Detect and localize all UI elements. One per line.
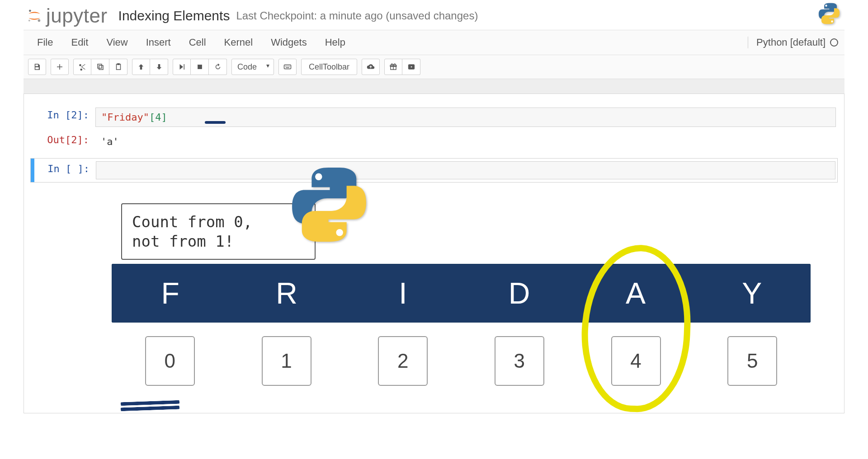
index-box: 4 — [611, 336, 661, 386]
scissors-icon — [78, 63, 86, 71]
jupyter-logo-text: jupyter — [46, 5, 108, 27]
play-rect-icon — [407, 63, 415, 71]
checkpoint-status: Last Checkpoint: a minute ago (unsaved c… — [236, 9, 478, 22]
index-cell-wrap: 2 — [344, 336, 461, 386]
menu-file[interactable]: File — [28, 31, 62, 54]
index-literal: 4 — [155, 112, 161, 123]
output-row: Out[2]: 'a' — [30, 130, 838, 154]
arrow-up-icon — [137, 63, 145, 71]
interrupt-button[interactable] — [191, 59, 209, 75]
index-box: 3 — [495, 336, 544, 386]
gift-button[interactable] — [384, 59, 402, 75]
svg-point-4 — [831, 20, 833, 22]
svg-point-0 — [29, 9, 31, 12]
cut-button[interactable] — [73, 59, 91, 75]
stop-icon — [196, 63, 204, 71]
cell-output: 'a' — [95, 132, 836, 151]
cell-toolbar-button[interactable]: CellToolbar — [301, 59, 357, 75]
code-input[interactable]: "Friday"[4] — [95, 108, 836, 127]
menu-edit[interactable]: Edit — [62, 31, 97, 54]
index-box: 0 — [145, 336, 195, 386]
run-button[interactable] — [173, 59, 191, 75]
notebook-header: jupyter Indexing Elements Last Checkpoin… — [24, 0, 844, 30]
annotation-double-underline — [121, 399, 179, 410]
letter-cell: R — [228, 264, 344, 322]
save-button[interactable] — [28, 59, 46, 75]
svg-rect-10 — [284, 65, 291, 69]
code-cell[interactable]: In [2]: "Friday"[4] — [30, 105, 838, 130]
command-palette-button[interactable] — [278, 59, 297, 75]
copy-icon — [96, 63, 104, 71]
copy-button[interactable] — [91, 59, 109, 75]
menu-cell[interactable]: Cell — [180, 31, 215, 54]
index-row: 012345 — [112, 336, 811, 386]
svg-rect-9 — [198, 65, 202, 69]
refresh-icon — [214, 63, 222, 71]
python-logo-overlay — [291, 166, 368, 243]
gift-icon — [389, 63, 397, 71]
tip-line: not from 1! — [132, 232, 305, 251]
python-icon — [818, 3, 840, 26]
menu-view[interactable]: View — [97, 31, 137, 54]
svg-point-2 — [28, 19, 30, 21]
toolbar: Code CellToolbar — [24, 55, 844, 79]
letter-cell: Y — [694, 264, 810, 322]
paste-icon — [114, 63, 123, 71]
cloud-upload-icon — [367, 63, 375, 71]
code-input[interactable] — [96, 161, 835, 179]
cloud-button[interactable] — [362, 59, 380, 75]
jupyter-logo[interactable]: jupyter — [27, 5, 108, 27]
keyboard-icon — [283, 63, 292, 71]
menu-help[interactable]: Help — [316, 31, 354, 54]
input-prompt: In [2]: — [32, 108, 95, 127]
letter-cell: D — [461, 264, 577, 322]
svg-point-3 — [825, 5, 827, 6]
menu-kernel[interactable]: Kernel — [215, 31, 262, 54]
svg-rect-8 — [117, 64, 119, 65]
notebook-title[interactable]: Indexing Elements — [118, 8, 230, 23]
menu-widgets[interactable]: Widgets — [262, 31, 316, 54]
letter-cell: A — [577, 264, 693, 322]
bracket: ] — [161, 112, 167, 123]
output-prompt: Out[2]: — [32, 132, 95, 151]
step-forward-icon — [178, 63, 186, 71]
code-cell-active[interactable]: In [ ]: — [30, 158, 838, 183]
notebook-area: In [2]: "Friday"[4] Out[2]: 'a' In [ ]: … — [24, 79, 844, 413]
index-box: 2 — [378, 336, 428, 386]
index-cell-wrap: 3 — [461, 336, 578, 386]
index-box: 1 — [262, 336, 311, 386]
tip-line: Count from 0, — [132, 212, 305, 232]
jupyter-icon — [27, 9, 42, 23]
save-icon — [33, 63, 41, 71]
kernel-indicator: Python [default] — [748, 37, 838, 48]
kernel-name: Python [default] — [756, 37, 826, 48]
arrow-down-icon — [155, 63, 163, 71]
letter-cell: I — [345, 264, 461, 322]
presentation-button[interactable] — [402, 59, 420, 75]
tip-callout: Count from 0, not from 1! — [121, 203, 316, 260]
index-cell-wrap: 1 — [228, 336, 345, 386]
index-cell-wrap: 4 — [578, 336, 694, 386]
svg-rect-6 — [98, 64, 102, 68]
kernel-status-icon — [830, 38, 838, 47]
index-cell-wrap: 0 — [112, 336, 228, 386]
move-down-button[interactable] — [150, 59, 168, 75]
string-literal: "Friday" — [101, 112, 149, 123]
letter-row: FRIDAY — [112, 264, 811, 323]
add-cell-button[interactable] — [51, 59, 69, 75]
cell-type-select[interactable]: Code — [231, 59, 274, 75]
letter-cell: F — [112, 264, 228, 322]
notebook-container: In [2]: "Friday"[4] Out[2]: 'a' In [ ]: … — [24, 94, 844, 413]
annotation-underline — [205, 121, 226, 124]
paste-button[interactable] — [109, 59, 127, 75]
bracket: [ — [149, 112, 155, 123]
plus-icon — [56, 63, 64, 71]
move-up-button[interactable] — [132, 59, 150, 75]
restart-button[interactable] — [209, 59, 227, 75]
menu-insert[interactable]: Insert — [137, 31, 180, 54]
input-prompt: In [ ]: — [33, 161, 96, 179]
svg-point-15 — [336, 229, 343, 236]
indexing-diagram: FRIDAY 012345 — [112, 264, 811, 386]
svg-point-14 — [315, 173, 322, 180]
index-cell-wrap: 5 — [694, 336, 811, 386]
